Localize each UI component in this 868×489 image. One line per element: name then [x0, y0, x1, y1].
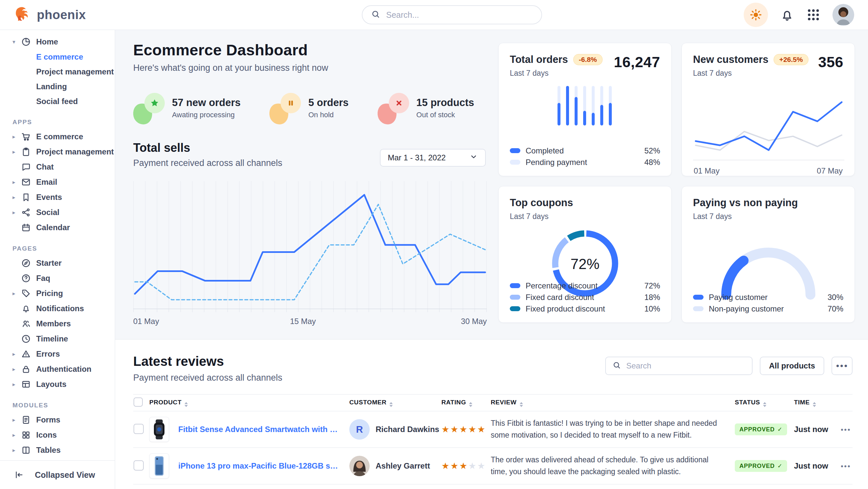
sidebar-item-chat[interactable]: Chat	[0, 160, 115, 175]
sidebar-item-calendar[interactable]: Calendar	[0, 220, 115, 235]
product-image[interactable]	[149, 454, 169, 479]
card-period: Last 7 days	[510, 212, 660, 221]
card-period: Last 7 days	[693, 69, 808, 78]
sidebar-item-starter[interactable]: Starter	[0, 256, 115, 271]
column-rating[interactable]: RATING	[441, 395, 490, 411]
notifications-bell-icon[interactable]	[780, 7, 794, 22]
bookmark-icon	[21, 192, 31, 202]
trend-badge: +26.5%	[774, 54, 808, 65]
legend-swatch	[693, 306, 704, 311]
x-icon	[389, 93, 409, 113]
file-icon	[21, 415, 31, 425]
row-more-button[interactable]: ●●●	[841, 427, 852, 432]
sort-icon	[469, 402, 472, 407]
latest-reviews-section: Latest reviews Payment received across a…	[115, 339, 868, 489]
card-title: Paying vs non paying	[693, 197, 843, 209]
caret-down-icon: ▾	[12, 38, 21, 46]
theme-toggle-sun-icon[interactable]	[744, 3, 768, 27]
customer-avatar	[349, 456, 370, 476]
sidebar-item-timeline[interactable]: Timeline	[0, 331, 115, 346]
row-checkbox[interactable]	[133, 460, 144, 470]
sidebar-item-authentication[interactable]: ▸Authentication	[0, 362, 115, 377]
chevron-down-icon	[469, 152, 478, 163]
sidebar-item-home[interactable]: ▾ Home	[0, 34, 115, 49]
sort-icon	[813, 402, 816, 407]
calendar-icon	[21, 223, 31, 232]
reviews-search-input[interactable]	[626, 361, 745, 371]
rating-stars: ★★★★★	[441, 461, 490, 471]
sidebar-item-events[interactable]: ▸Events	[0, 190, 115, 205]
global-search	[362, 5, 542, 24]
kpi-cards: Total orders -6.8% Last 7 days 16,247 Co…	[498, 43, 855, 323]
sidebar-item-members[interactable]: Members	[0, 316, 115, 331]
caret-right-icon: ▸	[12, 194, 21, 201]
card-title: Top coupons	[510, 197, 660, 209]
total-orders-card: Total orders -6.8% Last 7 days 16,247 Co…	[498, 43, 672, 176]
sidebar-item-email[interactable]: ▸Email	[0, 175, 115, 190]
brand-logo[interactable]: phoenix	[0, 6, 86, 24]
sort-icon	[185, 402, 188, 407]
product-link[interactable]: iPhone 13 pro max-Pacific Blue-128GB sto…	[178, 461, 349, 470]
new-customers-x-axis: 01 May07 May	[694, 166, 843, 175]
caret-right-icon: ▸	[12, 179, 21, 186]
legend-swatch	[510, 283, 520, 288]
check-icon: ✓	[777, 462, 782, 469]
column-time[interactable]: TIME	[794, 395, 852, 411]
sidebar-item-social-feed[interactable]: Social feed	[0, 94, 115, 109]
sidebar-item-errors[interactable]: ▸Errors	[0, 346, 115, 362]
review-text: The order was delivered ahead of schedul…	[491, 454, 734, 478]
card-title: New customers	[693, 54, 768, 65]
sidebar-item-layouts[interactable]: ▸Layouts	[0, 377, 115, 392]
collapse-left-icon	[14, 470, 24, 480]
star-icon	[145, 93, 165, 113]
row-checkbox[interactable]	[133, 424, 144, 434]
column-product[interactable]: PRODUCT	[149, 395, 349, 411]
app-root: phoenix ▾	[0, 0, 868, 489]
total-orders-value: 16,247	[614, 54, 660, 71]
sidebar-item-landing[interactable]: Landing	[0, 79, 115, 94]
sidebar-item-project-management[interactable]: Project management	[0, 64, 115, 79]
phoenix-logo-icon	[15, 6, 32, 24]
sidebar-item-social[interactable]: ▸Social	[0, 205, 115, 220]
user-avatar[interactable]	[833, 4, 854, 26]
column-review[interactable]: REVIEW	[490, 395, 735, 411]
sidebar-item-notifications[interactable]: Notifications	[0, 301, 115, 316]
all-products-button[interactable]: All products	[760, 356, 824, 375]
stat-out-of-stock: 15 products Out of stock	[378, 91, 474, 124]
sidebar-item-ecommerce-app[interactable]: ▸E commerce	[0, 129, 115, 144]
stat-orders-on-hold: 5 orders On hold	[269, 91, 348, 124]
bell-icon	[21, 304, 31, 314]
search-icon	[613, 361, 621, 371]
reviews-table: PRODUCT CUSTOMER RATING REVIEW STATUS TI…	[133, 394, 852, 489]
caret-right-icon: ▸	[12, 366, 21, 373]
column-customer[interactable]: CUSTOMER	[349, 395, 441, 411]
sidebar-item-pricing[interactable]: ▸Pricing	[0, 286, 115, 301]
top-coupons-card: Top coupons Last 7 days 72% Percentage d…	[498, 186, 672, 323]
select-all-checkbox[interactable]	[133, 398, 143, 407]
date-range-select[interactable]: Mar 1 - 31, 2022	[380, 149, 486, 167]
reviews-controls: All products ●●●	[605, 356, 852, 375]
sort-icon	[520, 402, 523, 407]
sidebar-item-ecommerce[interactable]: E commerce	[0, 49, 115, 64]
warning-triangle-icon	[21, 349, 31, 359]
sidebar-item-icons[interactable]: ▸Icons	[0, 427, 115, 442]
product-link[interactable]: Fitbit Sense Advanced Smartwatch with To…	[178, 425, 349, 434]
row-more-button[interactable]: ●●●	[841, 463, 852, 468]
card-period: Last 7 days	[510, 69, 602, 78]
column-status[interactable]: STATUS	[735, 395, 794, 411]
more-options-button[interactable]: ●●●	[832, 356, 852, 375]
customer-avatar: R	[349, 419, 370, 440]
sidebar-item-tables[interactable]: ▸Tables	[0, 442, 115, 458]
sidebar-item-forms[interactable]: ▸Forms	[0, 412, 115, 427]
paying-legend: Paying customer30% Non-paying customer70…	[693, 291, 843, 314]
caret-right-icon: ▸	[12, 133, 21, 140]
apps-grid-icon[interactable]	[806, 7, 820, 22]
pie-chart-icon	[21, 37, 31, 47]
sidebar-item-faq[interactable]: Faq	[0, 271, 115, 286]
collapse-sidebar-button[interactable]: Collapsed View	[0, 460, 115, 489]
sidebar-item-project-management-app[interactable]: ▸Project management	[0, 144, 115, 160]
caret-right-icon: ▸	[12, 209, 21, 216]
search-input[interactable]	[385, 10, 533, 20]
product-image[interactable]	[149, 417, 169, 442]
clock-icon	[21, 334, 31, 344]
